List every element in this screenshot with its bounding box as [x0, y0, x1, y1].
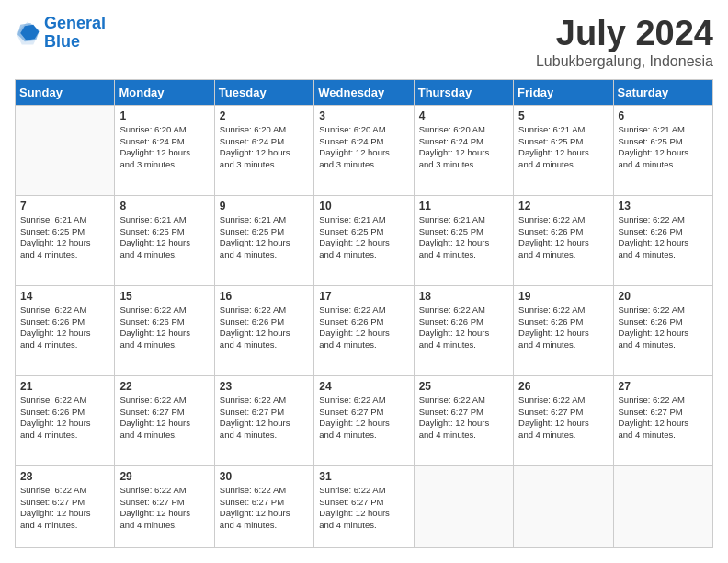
day-info: Sunrise: 6:22 AM Sunset: 6:27 PM Dayligh…: [319, 395, 408, 442]
day-number: 22: [119, 380, 209, 393]
logo-line1: General: [44, 14, 106, 32]
day-number: 4: [419, 109, 508, 122]
day-number: 15: [119, 290, 209, 303]
calendar-day-cell: 9Sunrise: 6:21 AM Sunset: 6:25 PM Daylig…: [214, 195, 313, 285]
weekday-header-saturday: Saturday: [613, 79, 712, 105]
day-number: 10: [319, 200, 408, 213]
weekday-header-row: SundayMondayTuesdayWednesdayThursdayFrid…: [16, 79, 713, 105]
day-info: Sunrise: 6:22 AM Sunset: 6:27 PM Dayligh…: [20, 485, 109, 532]
day-number: 27: [619, 380, 708, 393]
day-number: 7: [20, 200, 109, 213]
day-info: Sunrise: 6:20 AM Sunset: 6:24 PM Dayligh…: [119, 124, 209, 171]
calendar-day-cell: 7Sunrise: 6:21 AM Sunset: 6:25 PM Daylig…: [16, 195, 115, 285]
calendar-day-cell: 1Sunrise: 6:20 AM Sunset: 6:24 PM Daylig…: [115, 105, 214, 195]
calendar-week-row: 28Sunrise: 6:22 AM Sunset: 6:27 PM Dayli…: [16, 465, 713, 547]
header: General Blue July 2024 Lubukbergalung, I…: [15, 15, 713, 70]
calendar-day-cell: 15Sunrise: 6:22 AM Sunset: 6:26 PM Dayli…: [115, 285, 214, 375]
calendar-day-cell: 29Sunrise: 6:22 AM Sunset: 6:27 PM Dayli…: [115, 465, 214, 547]
day-number: 2: [220, 109, 309, 122]
calendar-week-row: 21Sunrise: 6:22 AM Sunset: 6:26 PM Dayli…: [16, 375, 713, 465]
day-info: Sunrise: 6:21 AM Sunset: 6:25 PM Dayligh…: [419, 214, 508, 261]
day-number: 19: [518, 290, 608, 303]
calendar-day-cell: [414, 465, 513, 547]
day-info: Sunrise: 6:20 AM Sunset: 6:24 PM Dayligh…: [419, 124, 508, 171]
day-info: Sunrise: 6:21 AM Sunset: 6:25 PM Dayligh…: [619, 124, 708, 171]
day-number: 21: [20, 380, 109, 393]
day-info: Sunrise: 6:22 AM Sunset: 6:26 PM Dayligh…: [220, 304, 309, 351]
day-info: Sunrise: 6:22 AM Sunset: 6:26 PM Dayligh…: [619, 214, 708, 261]
calendar-day-cell: [16, 105, 115, 195]
day-info: Sunrise: 6:21 AM Sunset: 6:25 PM Dayligh…: [220, 214, 309, 261]
calendar-day-cell: 31Sunrise: 6:22 AM Sunset: 6:27 PM Dayli…: [314, 465, 414, 547]
calendar-day-cell: 12Sunrise: 6:22 AM Sunset: 6:26 PM Dayli…: [514, 195, 613, 285]
calendar-day-cell: 27Sunrise: 6:22 AM Sunset: 6:27 PM Dayli…: [613, 375, 712, 465]
day-info: Sunrise: 6:22 AM Sunset: 6:27 PM Dayligh…: [119, 485, 209, 532]
calendar-day-cell: 3Sunrise: 6:20 AM Sunset: 6:24 PM Daylig…: [314, 105, 414, 195]
day-number: 31: [319, 470, 408, 483]
day-number: 5: [518, 109, 608, 122]
calendar-day-cell: 14Sunrise: 6:22 AM Sunset: 6:26 PM Dayli…: [16, 285, 115, 375]
calendar-day-cell: 24Sunrise: 6:22 AM Sunset: 6:27 PM Dayli…: [314, 375, 414, 465]
weekday-header-wednesday: Wednesday: [314, 79, 414, 105]
logo: General Blue: [15, 15, 106, 52]
calendar-day-cell: 16Sunrise: 6:22 AM Sunset: 6:26 PM Dayli…: [214, 285, 313, 375]
day-number: 9: [220, 200, 309, 213]
calendar-day-cell: 4Sunrise: 6:20 AM Sunset: 6:24 PM Daylig…: [414, 105, 513, 195]
calendar-day-cell: 20Sunrise: 6:22 AM Sunset: 6:26 PM Dayli…: [613, 285, 712, 375]
day-info: Sunrise: 6:22 AM Sunset: 6:27 PM Dayligh…: [419, 395, 508, 442]
weekday-header-friday: Friday: [514, 79, 613, 105]
day-number: 17: [319, 290, 408, 303]
weekday-header-monday: Monday: [115, 79, 214, 105]
calendar-day-cell: 26Sunrise: 6:22 AM Sunset: 6:27 PM Dayli…: [514, 375, 613, 465]
calendar-day-cell: 13Sunrise: 6:22 AM Sunset: 6:26 PM Dayli…: [613, 195, 712, 285]
day-info: Sunrise: 6:21 AM Sunset: 6:25 PM Dayligh…: [20, 214, 109, 261]
day-info: Sunrise: 6:22 AM Sunset: 6:26 PM Dayligh…: [319, 304, 408, 351]
day-number: 29: [119, 470, 209, 483]
day-info: Sunrise: 6:22 AM Sunset: 6:26 PM Dayligh…: [518, 304, 608, 351]
day-number: 11: [419, 200, 508, 213]
calendar-day-cell: 11Sunrise: 6:21 AM Sunset: 6:25 PM Dayli…: [414, 195, 513, 285]
day-info: Sunrise: 6:22 AM Sunset: 6:27 PM Dayligh…: [619, 395, 708, 442]
calendar-day-cell: 22Sunrise: 6:22 AM Sunset: 6:27 PM Dayli…: [115, 375, 214, 465]
title-block: July 2024 Lubukbergalung, Indonesia: [536, 15, 713, 70]
calendar-day-cell: 6Sunrise: 6:21 AM Sunset: 6:25 PM Daylig…: [613, 105, 712, 195]
day-info: Sunrise: 6:21 AM Sunset: 6:25 PM Dayligh…: [518, 124, 608, 171]
day-info: Sunrise: 6:22 AM Sunset: 6:26 PM Dayligh…: [518, 214, 608, 261]
calendar-day-cell: 5Sunrise: 6:21 AM Sunset: 6:25 PM Daylig…: [514, 105, 613, 195]
day-number: 1: [119, 109, 209, 122]
day-info: Sunrise: 6:20 AM Sunset: 6:24 PM Dayligh…: [220, 124, 309, 171]
day-info: Sunrise: 6:21 AM Sunset: 6:25 PM Dayligh…: [119, 214, 209, 261]
day-info: Sunrise: 6:22 AM Sunset: 6:26 PM Dayligh…: [419, 304, 508, 351]
day-number: 24: [319, 380, 408, 393]
day-number: 20: [619, 290, 708, 303]
day-number: 3: [319, 109, 408, 122]
calendar-day-cell: 28Sunrise: 6:22 AM Sunset: 6:27 PM Dayli…: [16, 465, 115, 547]
calendar-day-cell: [613, 465, 712, 547]
day-number: 13: [619, 200, 708, 213]
day-info: Sunrise: 6:22 AM Sunset: 6:27 PM Dayligh…: [220, 395, 309, 442]
calendar-day-cell: 25Sunrise: 6:22 AM Sunset: 6:27 PM Dayli…: [414, 375, 513, 465]
day-info: Sunrise: 6:20 AM Sunset: 6:24 PM Dayligh…: [319, 124, 408, 171]
logo-line2: Blue: [44, 33, 106, 52]
calendar-day-cell: 30Sunrise: 6:22 AM Sunset: 6:27 PM Dayli…: [214, 465, 313, 547]
month-title: July 2024: [536, 15, 713, 53]
calendar-week-row: 1Sunrise: 6:20 AM Sunset: 6:24 PM Daylig…: [16, 105, 713, 195]
calendar-day-cell: 2Sunrise: 6:20 AM Sunset: 6:24 PM Daylig…: [214, 105, 313, 195]
weekday-header-sunday: Sunday: [16, 79, 115, 105]
day-info: Sunrise: 6:21 AM Sunset: 6:25 PM Dayligh…: [319, 214, 408, 261]
calendar-day-cell: 21Sunrise: 6:22 AM Sunset: 6:26 PM Dayli…: [16, 375, 115, 465]
day-info: Sunrise: 6:22 AM Sunset: 6:26 PM Dayligh…: [20, 395, 109, 442]
day-number: 28: [20, 470, 109, 483]
day-number: 14: [20, 290, 109, 303]
day-number: 25: [419, 380, 508, 393]
day-number: 12: [518, 200, 608, 213]
calendar-day-cell: 18Sunrise: 6:22 AM Sunset: 6:26 PM Dayli…: [414, 285, 513, 375]
day-number: 30: [220, 470, 309, 483]
day-info: Sunrise: 6:22 AM Sunset: 6:26 PM Dayligh…: [619, 304, 708, 351]
calendar-day-cell: 10Sunrise: 6:21 AM Sunset: 6:25 PM Dayli…: [314, 195, 414, 285]
day-number: 26: [518, 380, 608, 393]
day-info: Sunrise: 6:22 AM Sunset: 6:27 PM Dayligh…: [220, 485, 309, 532]
day-number: 6: [619, 109, 708, 122]
day-info: Sunrise: 6:22 AM Sunset: 6:27 PM Dayligh…: [518, 395, 608, 442]
calendar-day-cell: 17Sunrise: 6:22 AM Sunset: 6:26 PM Dayli…: [314, 285, 414, 375]
